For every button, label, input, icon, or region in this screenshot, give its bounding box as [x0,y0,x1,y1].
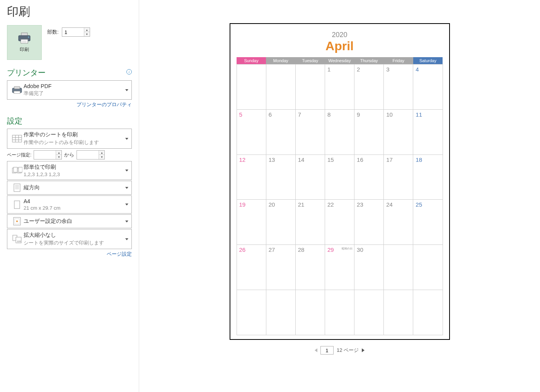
calendar-cell: 8 [325,109,354,154]
collate-sub: 1,2,3 1,2,3 1,2,3 [24,171,125,177]
calendar-cell [237,64,266,110]
pager: 12 ページ [315,346,365,355]
collate-dropdown[interactable]: 部単位で印刷 1,2,3 1,2,3 1,2,3 [7,161,132,180]
pager-next[interactable] [362,348,365,352]
pager-current-input[interactable] [320,346,334,355]
calendar-cell: 6 [266,109,295,154]
calendar-cell: 15 [325,154,354,200]
print-preview: 2020 April SundayMondayTuesdayWednesdayT… [230,23,450,340]
printer-icon [17,32,31,44]
svg-point-2 [28,36,29,37]
page-from-input[interactable] [34,151,56,159]
print-what-sub: 作業中のシートのみを印刷します [24,139,125,146]
calendar-cell: 30 [354,245,384,290]
svg-rect-8 [14,91,20,93]
calendar-cell: 27 [266,245,295,290]
page-from-up[interactable]: ▲ [56,151,61,155]
page-from-down[interactable]: ▼ [56,155,61,159]
page-to-up[interactable]: ▲ [99,151,104,155]
calendar-cell: 3 [384,64,413,110]
calendar-cell [413,245,443,290]
calendar-cell [384,245,413,290]
calendar-cell: 18 [413,154,443,200]
scaling-icon: 100 [12,235,22,243]
calendar-cell [237,290,266,335]
print-button[interactable]: 印刷 [7,25,42,60]
weekday-header: Monday [266,57,295,64]
printer-name: Adobe PDF [24,83,125,89]
calendar-cell: 17 [384,154,413,200]
orientation-title: 縦方向 [24,184,125,191]
calendar-cell [295,290,325,335]
chevron-down-icon [125,187,128,189]
printer-device-icon [12,86,22,94]
svg-rect-26 [16,221,18,222]
weekday-header: Thursday [354,57,384,64]
page-range-label: ページ指定: [7,152,31,158]
printer-properties-link[interactable]: プリンターのプロパティ [77,102,132,107]
printer-dropdown[interactable]: Adobe PDF 準備完了 [7,80,132,100]
calendar-cell: 4 [413,64,443,110]
print-what-dropdown[interactable]: 作業中のシートを印刷 作業中のシートのみを印刷します [7,129,132,149]
scaling-dropdown[interactable]: 100 拡大縮小なし シートを実際のサイズで印刷します [7,229,132,249]
weekday-header: Wednesday [325,57,354,64]
holiday-label: 昭和の日 [342,247,353,251]
calendar-year: 2020 [237,31,443,39]
settings-section-title: 設定 [7,116,132,126]
printer-status: 準備完了 [24,90,125,97]
page-to-down[interactable]: ▼ [99,155,104,159]
svg-rect-7 [14,87,20,89]
copies-up[interactable]: ▲ [84,28,90,32]
copies-down[interactable]: ▼ [84,32,90,36]
calendar-cell [384,290,413,335]
paper-sub: 21 cm x 29.7 cm [24,205,125,211]
margins-title: ユーザー設定の余白 [24,218,125,225]
svg-rect-9 [12,135,22,142]
calendar-cell: 10 [384,109,413,154]
copies-spinner[interactable]: ▲ ▼ [62,27,90,37]
copies-input[interactable] [62,28,84,36]
chevron-down-icon [125,138,128,140]
calendar-cell [413,290,443,335]
calendar-cell: 26 [237,245,266,290]
orientation-dropdown[interactable]: 縦方向 [7,181,132,195]
calendar-cell: 13 [266,154,295,200]
pager-prev[interactable] [315,348,317,352]
chevron-down-icon [125,204,128,205]
weekday-header: Saturday [413,57,443,64]
calendar-cell: 14 [295,154,325,200]
page-setup-link[interactable]: ページ設定 [107,251,132,257]
calendar-cell: 20 [266,200,295,245]
paper-icon [14,200,20,209]
calendar-cell: 12 [237,154,266,200]
chevron-down-icon [125,89,128,91]
page-to-spinner[interactable]: ▲▼ [77,150,105,160]
page-to-input[interactable] [77,151,99,159]
page-from-spinner[interactable]: ▲▼ [34,150,62,160]
info-icon[interactable]: i [126,69,132,75]
sheet-icon [12,135,22,143]
scaling-sub: シートを実際のサイズで印刷します [24,239,125,246]
paper-title: A4 [24,198,125,204]
weekday-header: Friday [384,57,413,64]
chevron-down-icon [125,170,128,171]
page-title: 印刷 [7,4,132,20]
calendar-cell [266,290,295,335]
calendar-cell: 23 [354,200,384,245]
calendar-cell: 19 [237,200,266,245]
calendar-cell [295,64,325,110]
page-range-to-label: から [64,151,74,158]
svg-text:100: 100 [17,240,21,243]
weekday-header: Tuesday [295,57,325,64]
svg-rect-23 [14,201,20,209]
chevron-down-icon [125,238,128,240]
calendar-cell [354,290,384,335]
calendar-cell [325,290,354,335]
margins-dropdown[interactable]: ユーザー設定の余白 [7,214,132,228]
calendar-cell [266,64,295,110]
calendar-cell: 16 [354,154,384,200]
printer-section-title: プリンター i [7,68,132,78]
calendar-cell: 11 [413,109,443,154]
scaling-title: 拡大縮小なし [24,232,125,239]
paper-dropdown[interactable]: A4 21 cm x 29.7 cm [7,195,132,214]
